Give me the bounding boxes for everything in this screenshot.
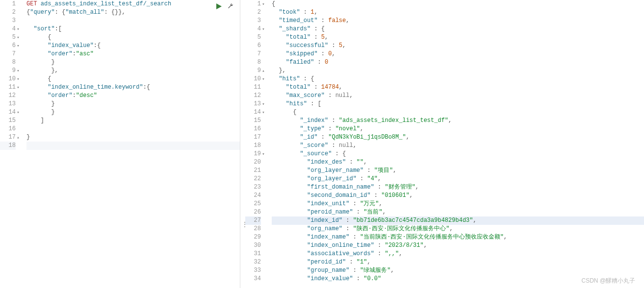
- code-line: "hits" : {: [272, 75, 644, 83]
- line-number: 33: [245, 266, 261, 275]
- code-line: {"query": {"match_all": {}},: [26, 8, 240, 17]
- wrench-icon[interactable]: [227, 3, 234, 10]
- code-line: "total" : 5,: [272, 33, 644, 42]
- line-number: 12: [0, 92, 16, 100]
- code-line: "timed_out" : false,: [272, 17, 644, 25]
- split-view: 1234▾5▾6▾789▾10▾11▾121314▾151617▴18 GET …: [0, 0, 644, 288]
- fold-icon[interactable]: ▾: [261, 75, 266, 84]
- line-number: 21: [245, 167, 261, 175]
- splitter[interactable]: [240, 0, 245, 288]
- code-line: }: [26, 133, 240, 142]
- code-line: "hits" : [: [272, 100, 644, 108]
- request-editor[interactable]: 1234▾5▾6▾789▾10▾11▾121314▾151617▴18 GET …: [0, 0, 240, 288]
- line-number: 5: [245, 33, 261, 42]
- code-line: "_id" : "QdN3kYoBi_j1qsDBo8M_",: [272, 133, 644, 142]
- line-number: 8: [245, 58, 261, 67]
- line-number: 2: [245, 8, 261, 17]
- code-line: "took" : 1,: [272, 8, 644, 17]
- line-number: 27: [245, 216, 261, 225]
- fold-icon[interactable]: ▾: [16, 84, 21, 92]
- code-line: "second_domain_id" : "010601",: [272, 192, 644, 200]
- code-line: "_score" : null,: [272, 142, 644, 150]
- response-pane: 1▾234▾56789▴10▾111213▾14▾1516171819▾2021…: [245, 0, 644, 288]
- line-number: 16: [0, 125, 16, 133]
- watermark: CSDN @醪糟小丸子: [581, 277, 635, 285]
- line-number: 17: [245, 133, 261, 142]
- code-line: "index_name" : "当前陕西·西安·国际文化传播服务中心预收应收金额…: [272, 233, 644, 241]
- line-number: 8: [0, 58, 16, 67]
- line-number: 14▾: [0, 108, 16, 117]
- code-line: "total" : 14784,: [272, 83, 644, 92]
- code-line: "skipped" : 0,: [272, 50, 644, 58]
- code-line: },: [272, 67, 644, 75]
- line-number: 24: [245, 192, 261, 200]
- line-number: 30: [245, 241, 261, 250]
- fold-icon[interactable]: ▾: [261, 109, 266, 117]
- line-number: 34: [245, 275, 261, 283]
- code-line: "org_layer_id" : "4",: [272, 175, 644, 183]
- line-number: 10▾: [245, 75, 261, 83]
- fold-icon[interactable]: ▴: [16, 134, 21, 142]
- code-line: "index_online_time" : "2023/8/31",: [272, 241, 644, 250]
- line-number: 15: [0, 117, 16, 125]
- code-line: "failed" : 0: [272, 58, 644, 67]
- code-line: "org_name" : "陕西·西安·国际文化传播服务中心",: [272, 225, 644, 233]
- line-number: 31: [245, 250, 261, 258]
- code-line: },: [26, 67, 240, 75]
- line-number: 22: [245, 175, 261, 183]
- fold-icon[interactable]: ▾: [261, 0, 266, 9]
- line-number: 11▾: [0, 83, 16, 92]
- code-line: "index_value":{: [26, 42, 240, 50]
- fold-icon[interactable]: ▾: [16, 25, 21, 34]
- fold-icon[interactable]: ▾: [16, 67, 21, 75]
- response-viewer[interactable]: 1▾234▾56789▴10▾111213▾14▾1516171819▾2021…: [245, 0, 644, 288]
- fold-icon[interactable]: ▾: [16, 75, 21, 84]
- line-number: 7: [0, 50, 16, 58]
- line-number: 17▴: [0, 133, 16, 142]
- fold-icon[interactable]: ▾: [261, 100, 266, 109]
- line-number: 4▾: [245, 25, 261, 33]
- code-line: "max_score" : null,: [272, 92, 644, 100]
- line-number: 29: [245, 233, 261, 241]
- code-line: GET ads_assets_index_list_test_df/_searc…: [26, 0, 240, 8]
- code-line: "successful" : 5,: [272, 42, 644, 50]
- line-number: 19▾: [245, 150, 261, 158]
- line-number: 25: [245, 200, 261, 208]
- run-controls: [215, 3, 234, 10]
- code-line: {: [26, 33, 240, 42]
- line-number: 6: [245, 42, 261, 50]
- line-number: 14▾: [245, 108, 261, 117]
- line-number: 20: [245, 158, 261, 167]
- code-line: "order":"desc": [26, 92, 240, 100]
- code-line: }: [26, 100, 240, 108]
- fold-icon[interactable]: ▾: [16, 34, 21, 42]
- fold-icon[interactable]: ▾: [16, 42, 21, 50]
- code-line: "_shards" : {: [272, 25, 644, 33]
- code-line: "order":"asc": [26, 50, 240, 58]
- code-line: "index_des" : "",: [272, 158, 644, 167]
- line-number: 16: [245, 125, 261, 133]
- play-icon[interactable]: [215, 3, 222, 10]
- code-left[interactable]: GET ads_assets_index_list_test_df/_searc…: [20, 0, 240, 288]
- code-line: "org_layer_name" : "项目",: [272, 167, 644, 175]
- line-number: 28: [245, 225, 261, 233]
- code-line: "associative_words" : ",,",: [272, 250, 644, 258]
- line-number: 1: [0, 0, 16, 8]
- code-line: {: [272, 108, 644, 117]
- code-line: "_source" : {: [272, 150, 644, 158]
- line-number: 4▾: [0, 25, 16, 33]
- line-number: 18: [245, 142, 261, 150]
- line-number: 13: [0, 100, 16, 108]
- fold-icon[interactable]: ▾: [261, 25, 266, 34]
- line-number: 11: [245, 83, 261, 92]
- fold-icon[interactable]: ▾: [16, 109, 21, 117]
- code-line: "index_online_time.keyword":{: [26, 83, 240, 92]
- fold-icon[interactable]: ▴: [261, 67, 266, 75]
- line-number: 1▾: [245, 0, 261, 8]
- line-number: 9▴: [245, 67, 261, 75]
- code-line: }: [26, 58, 240, 67]
- code-line: {: [272, 0, 644, 8]
- code-line: ]: [26, 117, 240, 125]
- fold-icon[interactable]: ▾: [261, 150, 266, 159]
- code-line: "_index" : "ads_assets_index_list_test_d…: [272, 117, 644, 125]
